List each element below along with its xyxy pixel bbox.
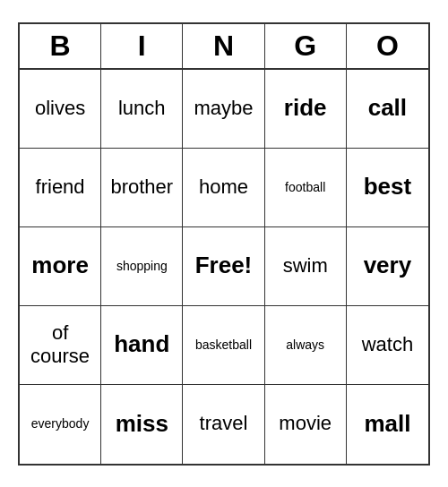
header-letter: I bbox=[101, 24, 183, 68]
bingo-cell: watch bbox=[347, 306, 428, 385]
bingo-cell: maybe bbox=[183, 70, 264, 149]
bingo-cell: basketball bbox=[183, 306, 264, 385]
cell-text: shopping bbox=[116, 259, 168, 274]
bingo-cell: friend bbox=[20, 149, 101, 227]
cell-text: home bbox=[199, 175, 248, 199]
cell-text: very bbox=[364, 252, 412, 279]
header-letter: O bbox=[347, 24, 428, 68]
bingo-cell: very bbox=[347, 227, 428, 306]
bingo-cell: movie bbox=[265, 385, 347, 464]
cell-text: lunch bbox=[118, 97, 166, 120]
cell-text: of course bbox=[23, 321, 97, 369]
bingo-cell: mall bbox=[347, 385, 428, 464]
bingo-cell: of course bbox=[20, 306, 101, 385]
cell-text: football bbox=[285, 180, 325, 195]
bingo-cell: always bbox=[265, 306, 347, 385]
cell-text: friend bbox=[36, 175, 85, 199]
bingo-cell: miss bbox=[101, 385, 183, 464]
cell-text: always bbox=[286, 337, 324, 353]
bingo-cell: call bbox=[347, 70, 428, 149]
bingo-cell: ride bbox=[265, 70, 347, 149]
cell-text: watch bbox=[362, 333, 413, 356]
bingo-cell: brother bbox=[101, 149, 183, 227]
cell-text: olives bbox=[35, 97, 85, 120]
cell-text: swim bbox=[283, 254, 328, 278]
cell-text: maybe bbox=[194, 97, 253, 120]
bingo-card: BINGO oliveslunchmayberidecallfriendbrot… bbox=[18, 22, 430, 466]
cell-text: best bbox=[364, 173, 411, 201]
bingo-grid: oliveslunchmayberidecallfriendbrotherhom… bbox=[20, 70, 428, 464]
cell-text: hand bbox=[114, 330, 169, 358]
header-letter: G bbox=[265, 24, 347, 68]
cell-text: call bbox=[368, 94, 407, 122]
bingo-cell: more bbox=[20, 227, 101, 306]
cell-text: miss bbox=[116, 410, 168, 438]
cell-text: basketball bbox=[195, 337, 252, 353]
cell-text: Free! bbox=[195, 252, 253, 279]
bingo-cell: shopping bbox=[101, 227, 183, 306]
bingo-cell: everybody bbox=[20, 385, 101, 464]
bingo-cell: travel bbox=[183, 385, 264, 464]
bingo-cell: hand bbox=[101, 306, 183, 385]
bingo-cell: home bbox=[183, 149, 264, 227]
cell-text: everybody bbox=[31, 416, 90, 431]
bingo-cell: best bbox=[347, 149, 428, 227]
header-letter: B bbox=[20, 24, 101, 68]
bingo-cell: olives bbox=[20, 70, 101, 149]
cell-text: more bbox=[31, 252, 89, 279]
cell-text: movie bbox=[279, 412, 332, 435]
bingo-header: BINGO bbox=[20, 24, 428, 70]
bingo-cell: swim bbox=[265, 227, 347, 306]
cell-text: mall bbox=[364, 410, 410, 438]
cell-text: travel bbox=[200, 412, 248, 435]
cell-text: brother bbox=[110, 175, 173, 199]
bingo-cell: football bbox=[265, 149, 347, 227]
bingo-cell: lunch bbox=[101, 70, 183, 149]
cell-text: ride bbox=[284, 94, 327, 122]
header-letter: N bbox=[183, 24, 264, 68]
bingo-cell: Free! bbox=[183, 227, 264, 306]
